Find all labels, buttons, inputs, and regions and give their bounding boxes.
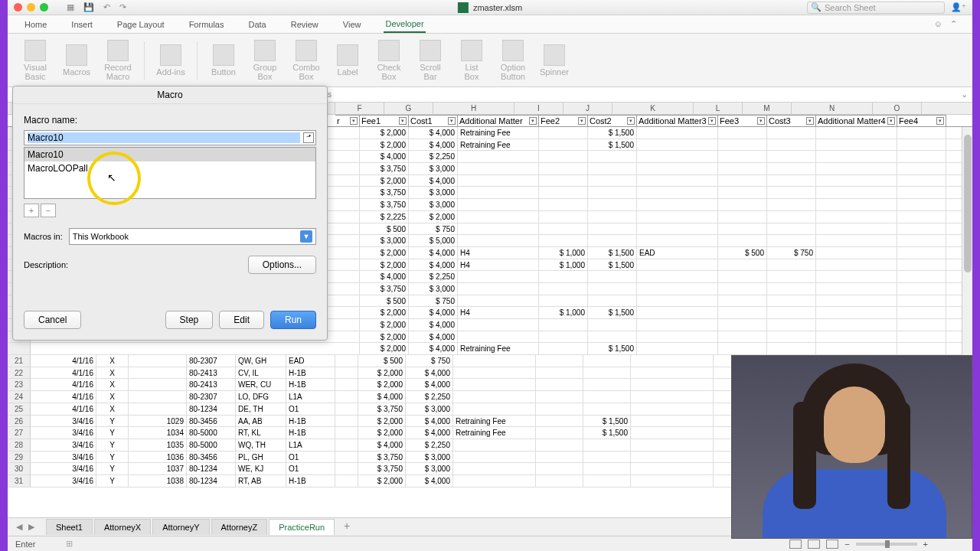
macro-name-field[interactable] xyxy=(28,132,300,143)
tab-insert[interactable]: Insert xyxy=(70,17,94,32)
sheet-tab-attorneyx[interactable]: AttorneyX xyxy=(94,519,151,535)
dialog-title: Macro xyxy=(13,86,327,104)
collapse-icon[interactable]: ⬏ xyxy=(303,132,314,143)
sheet-nav-prev[interactable]: ◀ xyxy=(14,522,24,533)
save-icon[interactable]: 💾 xyxy=(83,2,94,12)
formula-fragment: s xyxy=(328,90,332,99)
description-label: Description: xyxy=(24,260,68,269)
undo-icon[interactable]: ↶ xyxy=(103,2,110,12)
search-icon: 🔍 xyxy=(811,2,822,12)
column-filter[interactable]: Additional Matter4▾ xyxy=(816,115,897,126)
add-macro-button[interactable]: + xyxy=(24,204,39,217)
tab-view[interactable]: View xyxy=(341,17,363,32)
zoom-in[interactable]: + xyxy=(923,540,928,549)
status-icon: ⊞ xyxy=(66,539,73,549)
status-mode: Enter xyxy=(15,540,35,549)
ribbon-group-box[interactable]: GroupBox xyxy=(247,37,283,83)
ribbon-check-box[interactable]: CheckBox xyxy=(371,37,407,83)
excel-icon xyxy=(458,2,469,13)
tab-home[interactable]: Home xyxy=(23,17,48,32)
column-filter[interactable]: Additional Matter3▾ xyxy=(637,115,718,126)
sheet-tab-practicerun[interactable]: PracticeRun xyxy=(269,519,335,535)
ribbon-button[interactable]: Button xyxy=(205,37,242,83)
tab-data[interactable]: Data xyxy=(247,17,267,32)
macro-list-item[interactable]: Macro10 xyxy=(24,148,315,161)
macros-in-select[interactable]: This Workbook ▼ xyxy=(69,228,316,245)
column-filter[interactable]: Fee2▾ xyxy=(539,115,588,126)
tab-page-layout[interactable]: Page Layout xyxy=(116,17,166,32)
ribbon-combo-box[interactable]: ComboBox xyxy=(288,37,325,83)
ribbon-add-ins[interactable]: Add-ins xyxy=(152,37,189,83)
sheet-tab-attorneyz[interactable]: AttorneyZ xyxy=(211,519,268,535)
panel-icon[interactable]: ▦ xyxy=(67,2,74,12)
collapse-formula-icon[interactable]: ⌄ xyxy=(961,90,972,99)
toolbar-icons: ▦ 💾 ↶ ↷ xyxy=(67,2,126,12)
filename: zmaster.xlsm xyxy=(473,3,522,12)
options-button[interactable]: Options... xyxy=(248,256,316,274)
search-placeholder: Search Sheet xyxy=(825,3,876,12)
close-window[interactable] xyxy=(14,3,22,11)
step-button[interactable]: Step xyxy=(165,311,214,329)
column-filter[interactable]: Cost2▾ xyxy=(588,115,637,126)
column-filter[interactable]: Cost1▾ xyxy=(409,115,458,126)
tab-developer[interactable]: Developer xyxy=(384,16,425,33)
macro-list-item[interactable]: MacroLOOPall xyxy=(24,161,315,175)
ribbon-list-box[interactable]: ListBox xyxy=(453,37,490,83)
maximize-window[interactable] xyxy=(40,3,48,11)
column-filter[interactable]: r▾ xyxy=(335,115,360,126)
share-icon[interactable]: 👤⁺ xyxy=(951,2,966,12)
minimize-window[interactable] xyxy=(27,3,35,11)
webcam-overlay xyxy=(731,355,972,539)
ribbon-option-button[interactable]: OptionButton xyxy=(495,37,531,83)
run-button[interactable]: Run xyxy=(270,311,316,329)
cancel-button[interactable]: Cancel xyxy=(24,311,81,329)
macro-list[interactable]: Macro10MacroLOOPall xyxy=(24,147,316,199)
tab-formulas[interactable]: Formulas xyxy=(188,17,226,32)
window-controls xyxy=(14,3,48,11)
search-sheet[interactable]: 🔍 Search Sheet xyxy=(807,2,945,14)
ribbon-visual-basic[interactable]: VisualBasic xyxy=(17,37,54,83)
column-filter[interactable]: Fee1▾ xyxy=(360,115,409,126)
table-row[interactable]: $ 2,000$ 4,000Retraining Fee$ 1,500 xyxy=(8,343,972,355)
edit-button[interactable]: Edit xyxy=(219,311,264,329)
macro-name-input[interactable]: ⬏ xyxy=(24,130,316,145)
document-title: zmaster.xlsm xyxy=(458,2,522,13)
zoom-slider[interactable] xyxy=(856,543,917,546)
ribbon-label[interactable]: Label xyxy=(329,37,366,83)
column-filter[interactable]: Cost3▾ xyxy=(767,115,816,126)
macros-in-value: This Workbook xyxy=(73,232,129,241)
column-filter[interactable]: Additional Matter▾ xyxy=(458,115,539,126)
sheet-tab-attorneyy[interactable]: AttorneyY xyxy=(152,519,209,535)
column-filter[interactable]: Fee3▾ xyxy=(718,115,767,126)
ribbon-tabs: HomeInsertPage LayoutFormulasDataReviewV… xyxy=(8,15,972,34)
tab-review[interactable]: Review xyxy=(289,17,320,32)
ribbon-macros[interactable]: Macros xyxy=(58,37,95,83)
add-sheet[interactable]: + xyxy=(339,520,354,535)
macros-in-label: Macros in: xyxy=(24,232,63,241)
ribbon-spinner[interactable]: Spinner xyxy=(536,37,573,83)
ribbon-record-macro[interactable]: RecordMacro xyxy=(100,37,136,83)
sheet-nav-next[interactable]: ▶ xyxy=(26,522,37,533)
ribbon: VisualBasicMacrosRecordMacroAdd-insButto… xyxy=(8,34,972,87)
titlebar: ▦ 💾 ↶ ↷ zmaster.xlsm 🔍 Search Sheet 👤⁺ xyxy=(8,0,972,15)
collapse-ribbon-icon[interactable]: ⌃ xyxy=(950,19,957,29)
view-normal-icon[interactable] xyxy=(789,540,802,549)
view-break-icon[interactable] xyxy=(826,540,838,549)
sheet-tab-sheet1[interactable]: Sheet1 xyxy=(46,519,93,535)
column-filter[interactable]: Fee4▾ xyxy=(897,115,946,126)
remove-macro-button[interactable]: − xyxy=(41,204,56,217)
help-icon[interactable]: ☺ xyxy=(934,19,942,29)
macro-name-label: Macro name: xyxy=(24,115,316,126)
view-layout-icon[interactable] xyxy=(808,540,820,549)
zoom-out[interactable]: − xyxy=(844,540,849,549)
redo-icon[interactable]: ↷ xyxy=(119,2,126,12)
macro-dialog: Macro Macro name: ⬏ Macro10MacroLOOPall … xyxy=(12,86,328,341)
ribbon-scroll-bar[interactable]: ScrollBar xyxy=(412,37,449,83)
dropdown-arrow-icon: ▼ xyxy=(300,230,312,243)
